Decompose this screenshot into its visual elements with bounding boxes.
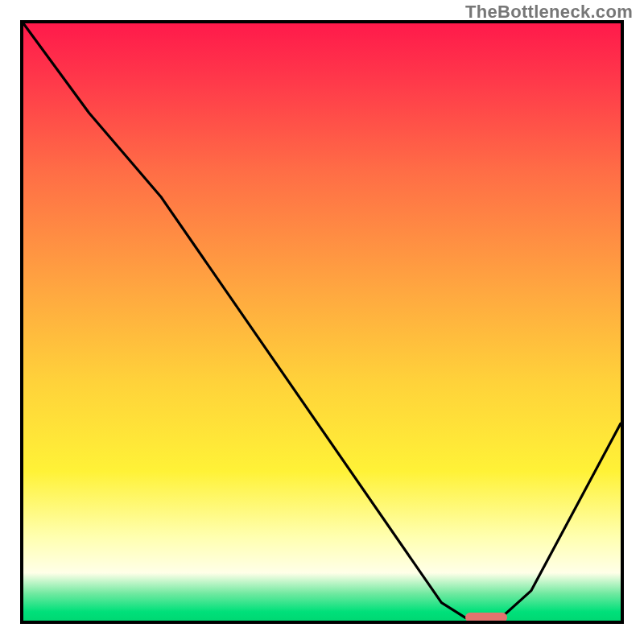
highlight-marker	[465, 613, 507, 622]
chart-container: TheBottleneck.com	[0, 0, 644, 644]
plot-frame	[20, 20, 624, 624]
bottleneck-curve	[23, 23, 621, 621]
